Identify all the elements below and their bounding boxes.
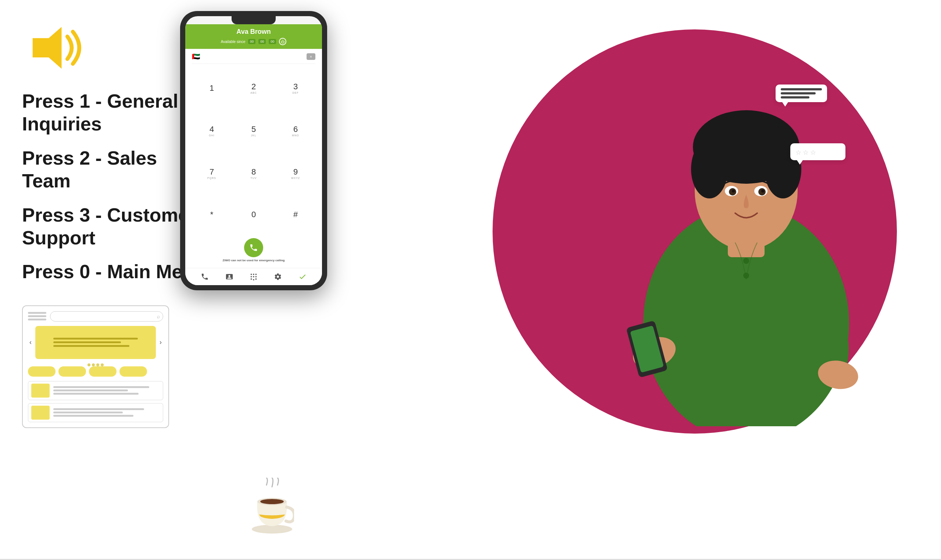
dial-key-4[interactable]: 4 GHI: [192, 111, 232, 151]
digit-8-sub: TUV: [251, 177, 257, 179]
dial-key-1[interactable]: 1: [192, 68, 232, 109]
svg-point-7: [702, 136, 790, 180]
coffee-cup: [250, 478, 294, 538]
digit-9-sub: WXYZ: [291, 177, 300, 179]
digit-6-sub: MNO: [292, 134, 299, 137]
menu-item-3: Press 3 - Customer Support: [22, 203, 206, 249]
svg-marker-0: [33, 27, 62, 69]
widget-card: [35, 326, 156, 359]
widget-dots: [28, 363, 163, 366]
svg-point-12: [732, 189, 735, 192]
dial-key-6[interactable]: 6 MNO: [276, 111, 316, 151]
svg-point-22: [260, 499, 284, 504]
digit-star: *: [210, 211, 214, 218]
dial-key-3[interactable]: 3 DEF: [276, 68, 316, 109]
digit-2: 2: [251, 83, 256, 91]
widget-line: [28, 315, 46, 317]
dial-key-9[interactable]: 9 WXYZ: [276, 154, 316, 194]
dial-key-8[interactable]: 8 TUV: [234, 154, 274, 194]
nav-status-icon[interactable]: [298, 272, 307, 282]
star-2: ☆: [803, 148, 809, 157]
widget-tag[interactable]: [59, 366, 86, 377]
widget-dot: [88, 363, 91, 366]
nav-dialpad-icon[interactable]: [249, 272, 259, 282]
call-button[interactable]: [244, 238, 263, 257]
speaker-icon: [22, 22, 88, 74]
available-label: Available since: [221, 40, 246, 44]
list-item[interactable]: [28, 381, 163, 400]
widget-card-lines: [53, 338, 138, 347]
nav-calls-icon[interactable]: [200, 272, 209, 282]
digit-4: 4: [209, 125, 214, 133]
digit-5-sub: JKL: [251, 134, 256, 137]
widget-line: [28, 318, 46, 320]
phone-icon: [249, 243, 258, 252]
carousel-prev-arrow[interactable]: ‹: [28, 337, 33, 348]
carousel-next-arrow[interactable]: ›: [158, 337, 163, 348]
digit-9: 9: [293, 168, 298, 176]
nav-contacts-icon[interactable]: [225, 272, 234, 282]
svg-point-13: [761, 189, 764, 192]
widget-tag[interactable]: [28, 366, 55, 377]
widget-dot: [92, 363, 95, 366]
chat-bubble-text: [776, 85, 827, 102]
phone-screen: Ava Brown Available since 00 00 00 ⏻ 🇦🇪 …: [185, 16, 322, 285]
digit-6: 6: [293, 125, 298, 133]
widget-list: [28, 381, 163, 422]
star-row: ☆ ☆ ☆: [795, 148, 840, 157]
digit-3: 3: [293, 83, 298, 91]
digit-7-sub: PQRS: [207, 177, 216, 179]
svg-point-14: [743, 258, 749, 264]
menu-item-2: Press 2 - Sales Team: [22, 147, 206, 192]
list-item-thumbnail: [31, 406, 49, 420]
widget-tag[interactable]: [119, 366, 147, 377]
nav-settings-icon[interactable]: [273, 272, 283, 282]
call-button-row: [192, 238, 316, 257]
widget-dot: [101, 363, 104, 366]
menu-item-1: Press 1 - General Inquiries: [22, 90, 206, 135]
digit-3-sub: DEF: [293, 91, 299, 94]
dial-key-5[interactable]: 5 JKL: [234, 111, 274, 151]
list-item-text: [53, 408, 160, 417]
widget-mockup: ⌕ ‹ ›: [22, 305, 169, 428]
left-section: Press 1 - General Inquiries Press 2 - Sa…: [22, 22, 206, 428]
clear-button[interactable]: ×: [306, 53, 316, 60]
time-hh: 00: [248, 39, 256, 44]
star-3: ☆: [810, 148, 816, 157]
list-item-text: [53, 386, 160, 395]
digit-5: 5: [251, 125, 256, 133]
list-item-thumbnail: [31, 384, 49, 398]
widget-carousel: ‹ ›: [28, 326, 163, 359]
widget-tag[interactable]: [89, 366, 117, 377]
agent-header: Ava Brown Available since 00 00 00 ⏻: [185, 24, 322, 49]
phone-notch: [232, 16, 276, 24]
widget-tags: [28, 366, 163, 377]
chat-bubble-rating: ☆ ☆ ☆: [790, 143, 846, 160]
phone-mockup: Ava Brown Available since 00 00 00 ⏻ 🇦🇪 …: [180, 11, 327, 290]
emergency-msg: can not be used for emergency calling: [230, 259, 285, 262]
dialer-grid: 1 2 ABC 3 DEF 4 GHI 5 JKL: [192, 68, 316, 233]
emergency-text: ZIWO can not be used for emergency calli…: [192, 259, 316, 262]
speaker-icon-wrap: [22, 22, 206, 75]
digit-hash: #: [293, 211, 298, 218]
dial-key-7[interactable]: 7 PQRS: [192, 154, 232, 194]
list-item[interactable]: [28, 403, 163, 422]
dial-key-hash[interactable]: #: [276, 196, 316, 233]
digit-0: 0: [251, 211, 256, 218]
dialer-input-row: 🇦🇪 ×: [192, 52, 316, 64]
agent-name: Ava Brown: [192, 28, 316, 35]
dial-key-star[interactable]: *: [192, 196, 232, 233]
time-mm: 00: [259, 39, 266, 44]
digit-2-sub: ABC: [250, 91, 257, 94]
phone-bottom-nav: [185, 268, 322, 285]
menu-items: Press 1 - General Inquiries Press 2 - Sa…: [22, 90, 206, 283]
widget-search-bar[interactable]: ⌕: [50, 311, 163, 322]
dial-key-0[interactable]: 0: [234, 196, 274, 233]
dial-key-2[interactable]: 2 ABC: [234, 68, 274, 109]
time-ss: 00: [269, 39, 276, 44]
available-row: Available since 00 00 00 ⏻: [192, 38, 316, 45]
power-button[interactable]: ⏻: [279, 38, 286, 45]
search-icon: ⌕: [157, 314, 160, 319]
digit-8: 8: [251, 168, 256, 176]
person-illustration: [581, 22, 912, 426]
